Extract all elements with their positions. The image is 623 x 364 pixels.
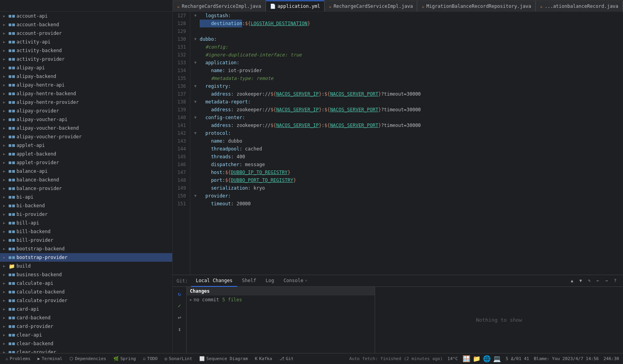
terminal-item[interactable]: ▶ Terminal [36,355,64,362]
tree-label: activity-provider [16,56,65,62]
tab-java-2[interactable]: ☕ RechargeCardServiceImpl.java [324,0,417,11]
console-close-icon[interactable]: ✕ [305,278,307,283]
tree-item-card-provider[interactable]: ▶card-provider [0,322,172,331]
tree-item-alipay-provider[interactable]: ▶alipay-provider [0,107,172,115]
tree-item-activity-provider[interactable]: ▶activity-provider [0,55,172,63]
taskbar-icon-3[interactable]: 🌐 [483,355,491,362]
sonarlint-item[interactable]: ◎ SonarLint [163,355,194,362]
fold-icon-142[interactable]: ▼ [194,129,200,137]
tree-item-balance-api[interactable]: ▶balance-api [0,167,172,176]
java-icon-2: ☕ [329,4,332,9]
undo-btn[interactable]: ↩ [174,312,185,323]
tree-item-alipay-voucher-api[interactable]: ▶alipay-voucher-api [0,115,172,124]
tree-item-business-backend[interactable]: ▶business-backend [0,270,172,279]
no-commit-label: no commit [193,297,219,302]
tree-arrow: ▶ [3,109,9,113]
code-line-138: ▼ metadata-report: [194,98,619,106]
tab-java-1[interactable]: ☕ RechargeCardServiceImpl.java [173,0,266,11]
tree-item-calculate-backend[interactable]: ▶calculate-backend [0,288,172,296]
fold-icon-140[interactable]: ▼ [194,114,200,121]
tree-item-clear-backend[interactable]: ▶clear-backend [0,339,172,348]
tree-item-calculate-api[interactable]: ▶calculate-api [0,279,172,288]
taskbar-icon-4[interactable]: 💻 [493,355,501,362]
java-icon-3: ☕ [421,4,424,9]
git-item[interactable]: ⎇ Git [278,355,295,362]
tree-item-applet-backend[interactable]: ▶applet-backend [0,150,172,158]
tree-item-bi-backend[interactable]: ▶bi-backend [0,201,172,210]
tab-console[interactable]: Console ✕ [279,275,312,287]
tree-item-activity-backend[interactable]: ▶activity-backend [0,46,172,55]
tab-java-4[interactable]: ☕ ...ationbalanceRecord.java [536,0,623,11]
expand-btn[interactable]: ↕ [174,324,185,335]
problems-item[interactable]: ⚠ Problems [4,355,32,362]
tree-item-bi-provider[interactable]: ▶bi-provider [0,210,172,219]
changes-prev-btn[interactable]: ← [594,277,602,285]
changes-help-btn[interactable]: ? [611,277,619,285]
tree-item-clear-api[interactable]: ▶clear-api [0,331,172,339]
tree-label: business-backend [16,272,62,277]
tree-item-balance-provider[interactable]: ▶balance-provider [0,184,172,193]
tree-item-bill-api[interactable]: ▶bill-api [0,219,172,227]
tree-item-bill-provider[interactable]: ▶bill-provider [0,236,172,244]
fold-icon-136[interactable]: ▼ [194,82,200,90]
tree-item-alipay-api[interactable]: ▶alipay-api [0,63,172,72]
spring-item[interactable]: 🌿 Spring [112,355,138,362]
sequence-diagram-item[interactable]: ⬜ Sequence Diagram [198,355,250,362]
tree-item-calculate-provider[interactable]: ▶calculate-provider [0,296,172,305]
tree-item-applet-api[interactable]: ▶applet-api [0,141,172,150]
nothing-to-show: Nothing to show [476,317,522,323]
fold-icon-130[interactable]: ▼ [194,35,200,43]
tab-yml[interactable]: 📄 application.yml [266,0,324,11]
tree-item-bootstrap-backend[interactable]: ▶bootstrap-backend [0,244,172,253]
changes-up-btn[interactable]: ▲ [568,277,576,285]
no-commit-section[interactable]: ▶ no commit 5 files [187,295,375,304]
module-icon [9,82,15,88]
tree-item-account-provider[interactable]: ▶account-provider [0,29,172,38]
tree-item-alipay-voucher-backend[interactable]: ▶alipay-voucher-backend [0,124,172,132]
tree-item-alipay-voucher-provider[interactable]: ▶alipay-voucher-provider [0,132,172,141]
tree-item-build[interactable]: ▶📁build [0,262,172,270]
tree-item-alipay-hentre-api[interactable]: ▶alipay-hentre-api [0,81,172,89]
changes-edit-btn[interactable]: ✎ [585,277,593,285]
fold-icon-150[interactable]: ▼ [194,192,200,200]
changes-down-btn[interactable]: ▼ [577,277,585,285]
tree-item-bill-backend[interactable]: ▶bill-backend [0,227,172,236]
tree-arrow: ▶ [3,281,9,285]
changes-header: Changes [187,287,375,295]
tab-shelf[interactable]: Shelf [237,275,261,287]
tree-arrow: ▶ [3,342,9,346]
tab-java-3[interactable]: ☕ MigrationBalanceRecordRepository.java [417,0,536,11]
tree-item-account-api[interactable]: ▶account-api [0,12,172,20]
taskbar-icon-1[interactable]: 🪟 [463,355,470,362]
tree-item-alipay-hentre-backend[interactable]: ▶alipay-hentre-backend [0,89,172,98]
editor-scroll[interactable]: 1271281291301311321331341351361371381391… [173,12,623,275]
fold-icon-127[interactable]: ▼ [194,12,200,20]
tree-item-balance-backend[interactable]: ▶balance-backend [0,176,172,184]
tree-item-applet-provider[interactable]: ▶applet-provider [0,158,172,167]
todo-item[interactable]: ☑ TODO [141,355,159,362]
tree-item-clear-provider[interactable]: ▶clear-provider [0,348,172,353]
dependencies-item[interactable]: ⬡ Dependencies [68,355,107,362]
tree-item-account-backend[interactable]: ▶account-backend [0,20,172,29]
tree-item-alipay-hentre-provider[interactable]: ▶alipay-hentre-provider [0,98,172,107]
changes-next-btn[interactable]: → [603,277,610,285]
tab-log[interactable]: Log [261,275,279,287]
tree-item-bootstrap-provider[interactable]: ▶bootstrap-provider [0,253,172,262]
taskbar-icon-2[interactable]: 📁 [473,355,481,362]
git-icon: ⎇ [279,356,284,361]
problems-icon: ⚠ [5,356,8,361]
kafka-item[interactable]: K Kafka [253,355,274,362]
commit-tick-btn[interactable]: ✓ [174,300,185,311]
tree-item-card-backend[interactable]: ▶card-backend [0,313,172,322]
tree-item-alipay-backend[interactable]: ▶alipay-backend [0,72,172,81]
tree-label: balance-api [16,168,47,174]
refresh-btn[interactable]: ↻ [174,288,185,299]
tree-item-activity-api[interactable]: ▶activity-api [0,38,172,46]
sonarlint-icon: ◎ [165,356,168,361]
tab-local-changes[interactable]: Local Changes [191,275,237,287]
tree-item-bi-api[interactable]: ▶bi-api [0,193,172,201]
tree-item-card-api[interactable]: ▶card-api [0,305,172,313]
fold-icon-133[interactable]: ▼ [194,59,200,67]
module-icon [9,134,15,140]
fold-icon-138[interactable]: ▼ [194,98,200,106]
